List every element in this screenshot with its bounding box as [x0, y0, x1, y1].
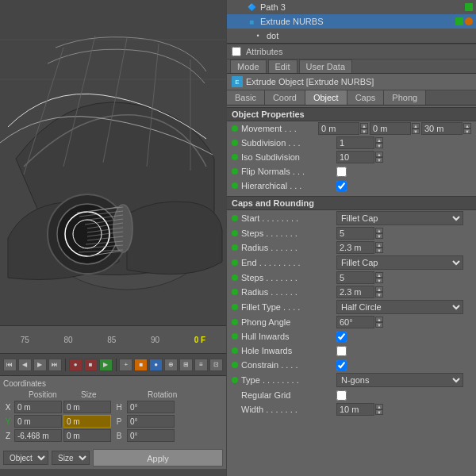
extrude-checks — [455, 17, 473, 25]
sub-tab-caps[interactable]: Caps — [347, 90, 385, 105]
pos-z-input[interactable] — [14, 429, 62, 442]
movement-x-input[interactable] — [318, 122, 359, 135]
start-dropdown[interactable]: Fillet Cap — [336, 211, 463, 225]
steps1-up[interactable]: ▲ — [375, 228, 383, 233]
steps1-row: Steps . . . . . . . ▲ ▼ — [227, 226, 476, 240]
width-up[interactable]: ▲ — [375, 404, 383, 409]
movement-label: Movement . . . — [241, 124, 318, 133]
movement-x-up[interactable]: ▲ — [360, 123, 368, 129]
radius2-up[interactable]: ▲ — [375, 286, 383, 292]
movement-y-up[interactable]: ▲ — [412, 123, 420, 129]
pos-x-input[interactable] — [14, 401, 62, 413]
tree-item-dot[interactable]: • dot — [227, 29, 476, 43]
steps2-dot — [232, 274, 238, 281]
subdivision-up[interactable]: ▲ — [375, 137, 383, 143]
tree-item-extrude[interactable]: ■ Extrude NURBS — [227, 14, 476, 29]
x-label: X — [3, 403, 13, 412]
width-down[interactable]: ▼ — [375, 409, 383, 415]
tool-btn-6[interactable]: ≡ — [194, 359, 208, 371]
steps2-input[interactable] — [336, 271, 374, 284]
radius1-input[interactable] — [336, 241, 374, 254]
movement-z-down[interactable]: ▼ — [463, 129, 471, 134]
steps1-down[interactable]: ▼ — [375, 233, 383, 239]
movement-z-input[interactable] — [421, 122, 463, 135]
sub-tab-basic[interactable]: Basic — [227, 90, 265, 105]
size-x-input[interactable] — [63, 401, 111, 413]
hole-inwards-checkbox[interactable] — [336, 346, 347, 356]
iso-down[interactable]: ▼ — [375, 157, 383, 163]
movement-y-down[interactable]: ▼ — [412, 129, 420, 134]
steps2-up[interactable]: ▲ — [375, 272, 383, 278]
attributes-checkbox[interactable] — [232, 47, 241, 56]
rot-h-input[interactable] — [127, 401, 175, 413]
movement-x-spin: ▲ ▼ — [318, 122, 368, 135]
movement-row: Movement . . . ▲ ▼ ▲ ▼ — [227, 121, 476, 136]
phong-up[interactable]: ▲ — [375, 317, 383, 322]
sub-tab-phong[interactable]: Phong — [384, 90, 426, 105]
object-dropdown[interactable]: Object — [3, 451, 48, 465]
movement-y-input[interactable] — [370, 122, 411, 135]
apply-button[interactable]: Apply — [93, 449, 223, 466]
tool-btn-2[interactable]: ■ — [134, 359, 148, 371]
sub-tab-coord[interactable]: Coord — [265, 90, 305, 105]
tool-btn-7[interactable]: ⊡ — [209, 359, 223, 371]
sub-tabs: Basic Coord Object Caps Phong — [227, 90, 476, 106]
radius2-input[interactable] — [336, 286, 374, 298]
viewport-3d[interactable] — [0, 0, 226, 325]
phong-input[interactable] — [336, 316, 374, 328]
play-back-btn[interactable]: ◀ — [18, 359, 32, 371]
size-y-input[interactable] — [63, 415, 111, 428]
phong-down[interactable]: ▼ — [375, 322, 383, 328]
stop-btn[interactable]: ■ — [84, 359, 98, 371]
play-btn[interactable]: ▶ — [33, 359, 47, 371]
playback-btn2[interactable]: ▶ — [99, 359, 113, 371]
radius1-down[interactable]: ▼ — [375, 248, 383, 253]
play-fwd-btn[interactable]: ⏭ — [48, 359, 62, 371]
rot-p-input[interactable] — [127, 415, 175, 428]
caps-section: Caps and Rounding Start . . . . . . . . … — [227, 194, 476, 418]
width-input[interactable] — [336, 403, 374, 416]
tool-btn-5[interactable]: ⊞ — [179, 359, 193, 371]
tool-btn-4[interactable]: ⊕ — [164, 359, 178, 371]
size-z-input[interactable] — [63, 429, 111, 442]
hull-inwards-checkbox[interactable] — [336, 332, 347, 342]
tab-mode[interactable]: Mode — [230, 60, 267, 73]
tree-item-path3[interactable]: 🔷 Path 3 — [227, 0, 476, 14]
radius2-down[interactable]: ▼ — [375, 292, 383, 298]
movement-x-down[interactable]: ▼ — [360, 129, 368, 134]
end-dropdown[interactable]: Fillet Cap — [336, 255, 463, 270]
tool-btn-1[interactable]: + — [119, 359, 132, 371]
transport-controls: ⏮ ◀ ▶ ⏭ ● ■ ▶ + ■ ● ⊕ ⊞ ≡ ⊡ — [0, 353, 226, 375]
tab-user-data[interactable]: User Data — [299, 60, 353, 73]
iso-up[interactable]: ▲ — [375, 152, 383, 157]
iso-input[interactable] — [336, 151, 374, 163]
tab-edit[interactable]: Edit — [268, 60, 298, 73]
tool-btn-3[interactable]: ● — [149, 359, 163, 371]
regular-grid-checkbox[interactable] — [336, 390, 347, 401]
pos-y-input[interactable] — [14, 415, 62, 428]
hierarchical-checkbox[interactable] — [336, 181, 347, 191]
rot-b-input[interactable] — [127, 429, 175, 442]
timeline-ruler[interactable]: 75 80 85 90 0 F — [0, 325, 226, 353]
record-btn[interactable]: ● — [69, 359, 83, 371]
radius1-up[interactable]: ▲ — [375, 242, 383, 248]
constrain-dot — [232, 362, 238, 368]
fillet-dropdown[interactable]: Half Circle — [336, 300, 463, 314]
constrain-checkbox[interactable] — [336, 360, 347, 370]
subdivision-input[interactable] — [336, 136, 374, 149]
steps1-input[interactable] — [336, 227, 374, 240]
subdivision-down[interactable]: ▼ — [375, 143, 383, 148]
phong-arrows: ▲ ▼ — [375, 317, 383, 328]
steps2-down[interactable]: ▼ — [375, 278, 383, 283]
steps2-label: Steps . . . . . . . — [241, 273, 336, 282]
hole-inwards-row: Hole Inwards — [227, 344, 476, 358]
flip-normals-checkbox[interactable] — [336, 167, 347, 177]
radius1-spin: ▲ ▼ — [336, 241, 383, 254]
coords-row-z: Z B — [3, 429, 223, 442]
type-dropdown[interactable]: N-gons — [336, 373, 463, 387]
size-dropdown[interactable]: Size — [52, 451, 90, 465]
y-label: Y — [3, 417, 13, 426]
sub-tab-object[interactable]: Object — [305, 90, 347, 105]
play-begin-btn[interactable]: ⏮ — [3, 359, 17, 371]
movement-z-up[interactable]: ▲ — [463, 123, 471, 129]
